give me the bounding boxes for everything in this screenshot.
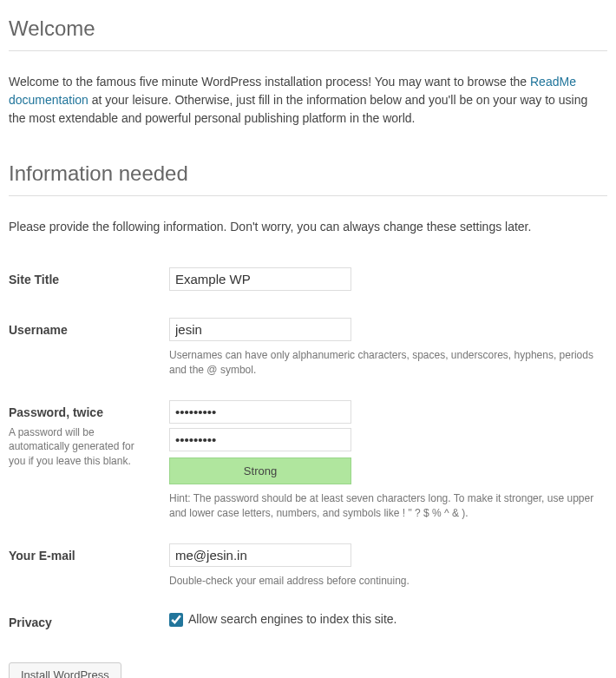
username-label: Username [9, 313, 169, 395]
intro-pre: Welcome to the famous five minute WordPr… [9, 75, 530, 89]
username-input[interactable] [169, 318, 351, 341]
install-button[interactable]: Install WordPress [9, 662, 121, 678]
password-label: Password, twice [9, 405, 103, 419]
password-strength-meter: Strong [169, 457, 351, 485]
site-title-label: Site Title [9, 262, 169, 313]
password-input-2[interactable] [169, 428, 351, 451]
intro-post: at your leisure. Otherwise, just fill in… [9, 93, 587, 125]
username-desc: Usernames can have only alphanumeric cha… [169, 348, 607, 378]
privacy-checkbox-label: Allow search engines to index this site. [188, 610, 396, 629]
password-label-desc: A password will be automatically generat… [9, 425, 147, 469]
email-label: Your E-mail [9, 538, 169, 606]
email-input[interactable] [169, 543, 351, 567]
welcome-heading: Welcome [9, 13, 607, 51]
privacy-checkbox[interactable] [169, 613, 183, 627]
password-input-1[interactable] [169, 400, 351, 424]
privacy-label: Privacy [9, 605, 169, 649]
info-needed-heading: Information needed [9, 158, 607, 196]
site-title-input[interactable] [169, 267, 351, 291]
intro-text: Welcome to the famous five minute WordPr… [9, 73, 607, 128]
info-subtext: Please provide the following information… [9, 218, 607, 236]
password-hint: Hint: The password should be at least se… [169, 491, 607, 521]
email-desc: Double-check your email address before c… [169, 574, 607, 589]
